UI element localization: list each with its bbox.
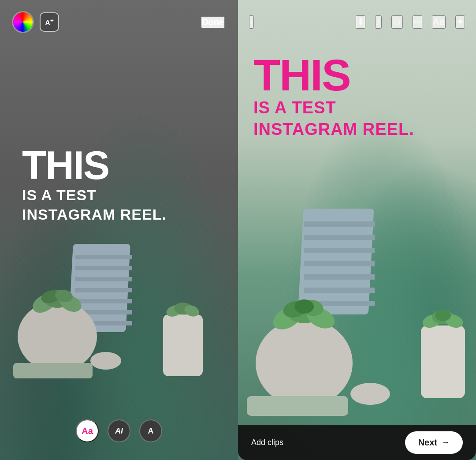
svg-point-30: [350, 383, 390, 405]
next-label: Next: [418, 438, 437, 448]
left-text-overlay: THIS IS A TEST INSTAGRAM REEL.: [22, 146, 167, 224]
text-style-button[interactable]: Aa: [432, 15, 446, 29]
svg-rect-9: [13, 363, 93, 378]
back-button[interactable]: ‹: [249, 15, 254, 29]
left-scene: [0, 209, 238, 394]
font-style-aa-button[interactable]: Aa: [76, 419, 99, 442]
left-text-line3: INSTAGRAM REEL.: [22, 205, 167, 224]
font-style-ai-button[interactable]: AI: [108, 419, 130, 442]
font-style-a-button[interactable]: A: [139, 419, 162, 442]
left-text-line1: THIS: [22, 146, 167, 185]
right-panel: ‹ ⬇ ♪ ☺ ✏ Aa ✦ THIS IS A TEST I: [238, 0, 476, 460]
right-text-line2: IS A TEST: [253, 97, 414, 119]
svg-rect-37: [421, 325, 465, 398]
color-wheel-icon[interactable]: [13, 12, 33, 32]
text-add-button[interactable]: A+: [40, 12, 59, 32]
sparkle-button[interactable]: ✦: [455, 15, 465, 29]
right-scene: [238, 195, 476, 425]
svg-point-8: [18, 301, 97, 372]
emoji-button[interactable]: ☺: [391, 15, 403, 29]
right-bottom-bar: Add clips Next →: [238, 425, 476, 460]
left-top-bar: A+ Done: [0, 0, 238, 35]
right-top-bar: ‹ ⬇ ♪ ☺ ✏ Aa ✦: [238, 0, 476, 35]
music-button[interactable]: ♪: [375, 15, 382, 29]
music-icon: ♪: [376, 16, 381, 28]
svg-point-36: [294, 299, 314, 314]
text-add-label: A+: [45, 17, 53, 27]
left-panel: A+ Done THIS IS A TEST INSTAGRAM REEL. A…: [0, 0, 238, 460]
svg-point-10: [90, 352, 121, 370]
next-arrow-icon: →: [442, 438, 450, 447]
right-text-overlay: THIS IS A TEST INSTAGRAM REEL.: [253, 53, 414, 141]
download-button[interactable]: ⬇: [356, 15, 365, 29]
right-text-line3: INSTAGRAM REEL.: [253, 119, 414, 140]
left-top-icons: A+: [13, 12, 59, 32]
left-bottom-bar: Aa AI A: [0, 419, 238, 442]
pen-icon: ✏: [413, 16, 421, 28]
svg-rect-29: [247, 396, 348, 416]
pen-button[interactable]: ✏: [413, 15, 422, 29]
svg-point-41: [435, 310, 451, 321]
download-icon: ⬇: [357, 16, 364, 28]
svg-rect-16: [163, 314, 203, 376]
text-style-label: Aa: [433, 16, 445, 28]
left-text-line2: IS A TEST: [22, 185, 167, 205]
right-text-line1: THIS: [253, 53, 414, 97]
svg-point-28: [256, 319, 353, 407]
done-button[interactable]: Done: [201, 16, 225, 28]
emoji-icon: ☺: [392, 16, 402, 28]
sparkle-icon: ✦: [456, 16, 464, 28]
back-icon: ‹: [250, 16, 253, 28]
add-clips-button[interactable]: Add clips: [251, 438, 283, 447]
next-button[interactable]: Next →: [405, 431, 463, 454]
right-top-icons: ⬇ ♪ ☺ ✏ Aa ✦: [356, 15, 465, 29]
